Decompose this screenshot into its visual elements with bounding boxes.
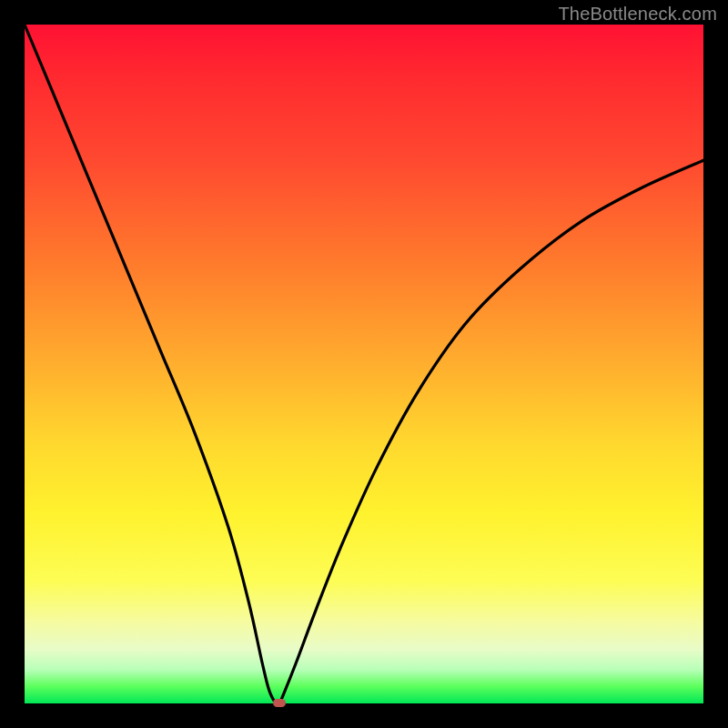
chart-frame: TheBottleneck.com bbox=[0, 0, 728, 728]
watermark-text: TheBottleneck.com bbox=[558, 4, 717, 25]
min-marker bbox=[273, 699, 286, 707]
plot-area bbox=[25, 25, 703, 703]
bottleneck-curve bbox=[25, 25, 703, 703]
